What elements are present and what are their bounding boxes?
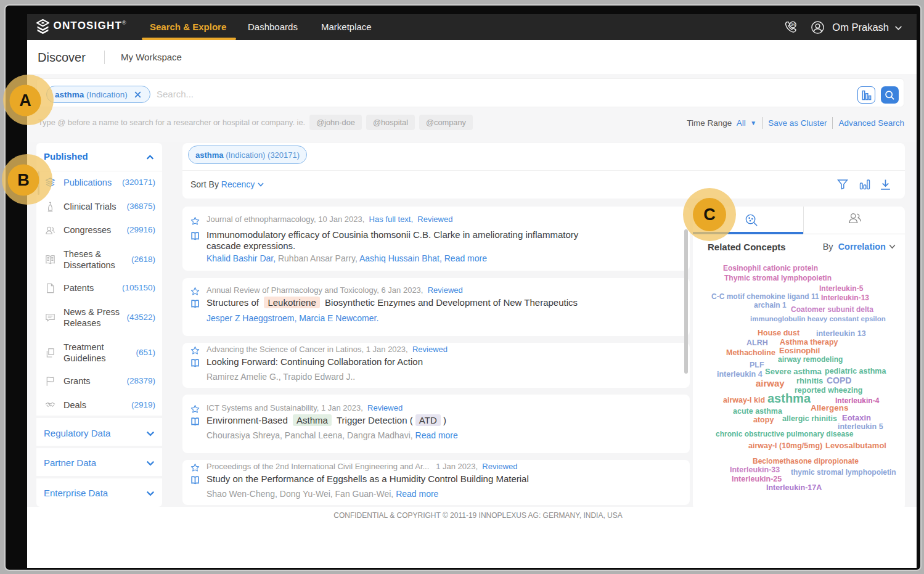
svg-text:24: 24 [791, 23, 795, 27]
